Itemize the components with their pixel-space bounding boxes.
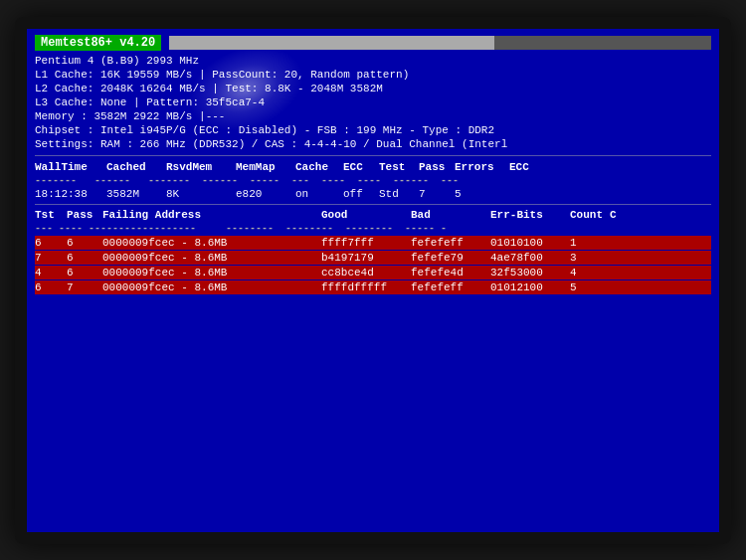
cell-tst-3: 6	[35, 281, 67, 293]
cpu-info: Pentium 4 (B.B9) 2993 MHz	[35, 55, 711, 67]
monitor-bezel: Memtest86+ v4.20 Pentium 4 (B.B9) 2993 M…	[15, 17, 731, 544]
memory-info: Memory : 3582M 2922 MB/s |---	[35, 110, 711, 122]
cell-good-3: ffffdfffff	[321, 281, 411, 293]
table2-headers: Tst Pass Failing Address Good Bad Err-Bi…	[35, 209, 711, 221]
cell-addr-2: 0000009fcec - 8.6MB	[102, 267, 321, 279]
l1-cache-info: L1 Cache: 16K 19559 MB/s | PassCount: 20…	[35, 69, 711, 81]
cell-tst-2: 4	[35, 267, 67, 279]
col-ecc2-header: ECC	[509, 161, 539, 173]
cell-ecc: off	[343, 188, 379, 200]
cell-errbits-2: 32f53000	[490, 267, 570, 279]
cell-addr-1: 0000009fcec - 8.6MB	[102, 252, 321, 264]
table1-data-row: 18:12:38 3582M 8K e820 on off Std 7 5	[35, 188, 711, 200]
error-row-3: 6 7 0000009fcec - 8.6MB ffffdfffff fefef…	[35, 280, 711, 294]
col-good-header: Good	[321, 209, 411, 221]
error-row-2: 4 6 0000009fcec - 8.6MB cc8bce4d fefefe4…	[35, 266, 711, 280]
col-fail-addr-header: Failing Address	[102, 209, 321, 221]
cell-rsvdmem: 8K	[166, 188, 236, 200]
cell-cached: 3582M	[106, 188, 166, 200]
table2-dashes: --- ---- ------------------ -------- ---…	[35, 223, 711, 234]
cell-bad-3: fefefeff	[411, 281, 490, 293]
table1-dashes: ------- ------ ------- ------ ----- --- …	[35, 175, 711, 186]
cell-bad-0: fefefeff	[411, 237, 490, 249]
col-tst-header: Tst	[35, 209, 67, 221]
settings-info: Settings: RAM : 266 MHz (DDR532) / CAS :…	[35, 138, 711, 150]
col-cache-header: Cache	[295, 161, 343, 173]
cell-tst-pass-2: 6	[67, 267, 102, 279]
cell-tst-pass-1: 6	[67, 252, 102, 264]
cell-count-2: 4	[570, 267, 610, 279]
col-errbits-header: Err-Bits	[490, 209, 570, 221]
cell-tst-pass-0: 6	[67, 237, 102, 249]
cell-walltime: 18:12:38	[35, 188, 106, 200]
divider-1	[35, 155, 711, 156]
cell-good-2: cc8bce4d	[321, 267, 411, 279]
cell-tst-pass-3: 7	[67, 281, 102, 293]
error-row-1: 7 6 0000009fcec - 8.6MB b4197179 fefefe7…	[35, 251, 711, 265]
col-test-header: Test	[379, 161, 419, 173]
screen: Memtest86+ v4.20 Pentium 4 (B.B9) 2993 M…	[27, 29, 719, 532]
cell-test: Std	[379, 188, 419, 200]
col-walltime-header: WallTime	[35, 161, 106, 173]
col-ecc-header: ECC	[343, 161, 379, 173]
error-row-0: 6 6 0000009fcec - 8.6MB ffff7fff fefefef…	[35, 236, 711, 250]
col-errors-header: Errors	[455, 161, 509, 173]
cell-tst-0: 6	[35, 237, 67, 249]
table1-headers: WallTime Cached RsvdMem MemMap Cache ECC…	[35, 161, 711, 173]
col-c-header: C	[610, 209, 617, 221]
cell-good-0: ffff7fff	[321, 237, 411, 249]
cell-errbits-0: 01010100	[490, 237, 570, 249]
title-bar: Memtest86+ v4.20	[35, 35, 711, 51]
divider-2	[35, 204, 711, 205]
cell-errors: 5	[455, 188, 509, 200]
col-memmap-header: MemMap	[236, 161, 295, 173]
col-rsvdmem-header: RsvdMem	[166, 161, 236, 173]
col-pass-header: Pass	[419, 161, 455, 173]
cell-errbits-3: 01012100	[490, 281, 570, 293]
cell-count-0: 1	[570, 237, 610, 249]
col-count-header: Count	[570, 209, 610, 221]
progress-bar	[169, 36, 711, 50]
col-tst-pass-header: Pass	[67, 209, 102, 221]
cell-memmap: e820	[236, 188, 295, 200]
cell-errbits-1: 4ae78f00	[490, 252, 570, 264]
col-bad-header: Bad	[411, 209, 490, 221]
chipset-info: Chipset : Intel i945P/G (ECC : Disabled)…	[35, 124, 711, 136]
progress-fill	[169, 36, 494, 50]
cell-bad-2: fefefe4d	[411, 267, 490, 279]
cell-bad-1: fefefe79	[411, 252, 490, 264]
cell-pass: 7	[419, 188, 455, 200]
cell-good-1: b4197179	[321, 252, 411, 264]
cell-addr-0: 0000009fcec - 8.6MB	[102, 237, 321, 249]
app-title: Memtest86+ v4.20	[35, 35, 161, 51]
l3-cache-info: L3 Cache: None | Pattern: 35f5ca7-4	[35, 96, 711, 108]
cell-count-3: 5	[570, 281, 610, 293]
cell-addr-3: 0000009fcec - 8.6MB	[102, 281, 321, 293]
cell-tst-1: 7	[35, 252, 67, 264]
cell-count-1: 3	[570, 252, 610, 264]
col-cached-header: Cached	[106, 161, 166, 173]
cell-cache: on	[295, 188, 343, 200]
l2-cache-info: L2 Cache: 2048K 16264 MB/s | Test: 8.8K …	[35, 83, 711, 94]
